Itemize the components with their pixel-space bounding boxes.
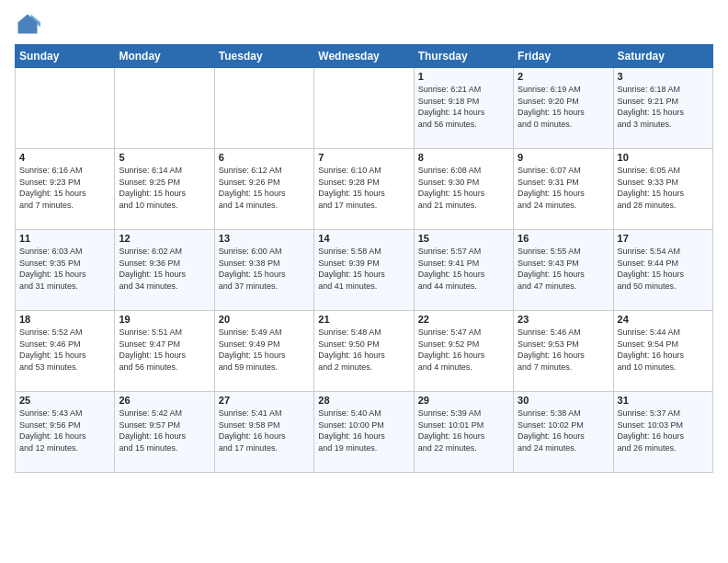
cell-day-number: 1 bbox=[418, 71, 509, 82]
cell-info: Sunrise: 6:16 AM Sunset: 9:23 PM Dayligh… bbox=[19, 165, 110, 211]
calendar-cell: 16Sunrise: 5:55 AM Sunset: 9:43 PM Dayli… bbox=[514, 230, 613, 311]
cell-info: Sunrise: 6:14 AM Sunset: 9:25 PM Dayligh… bbox=[119, 165, 210, 211]
cell-info: Sunrise: 5:40 AM Sunset: 10:00 PM Daylig… bbox=[318, 408, 409, 454]
calendar-cell: 26Sunrise: 5:42 AM Sunset: 9:57 PM Dayli… bbox=[115, 392, 214, 473]
calendar-cell: 31Sunrise: 5:37 AM Sunset: 10:03 PM Dayl… bbox=[613, 392, 712, 473]
calendar-cell: 30Sunrise: 5:38 AM Sunset: 10:02 PM Dayl… bbox=[514, 392, 613, 473]
week-row-4: 18Sunrise: 5:52 AM Sunset: 9:46 PM Dayli… bbox=[16, 311, 713, 392]
week-row-2: 4Sunrise: 6:16 AM Sunset: 9:23 PM Daylig… bbox=[16, 149, 713, 230]
calendar-table: SundayMondayTuesdayWednesdayThursdayFrid… bbox=[15, 44, 713, 473]
cell-day-number: 24 bbox=[618, 314, 709, 325]
cell-info: Sunrise: 5:39 AM Sunset: 10:01 PM Daylig… bbox=[418, 408, 509, 454]
cell-day-number: 26 bbox=[119, 395, 210, 406]
cell-day-number: 14 bbox=[318, 233, 409, 244]
calendar-cell bbox=[214, 68, 313, 149]
cell-day-number: 30 bbox=[518, 395, 609, 406]
cell-info: Sunrise: 5:51 AM Sunset: 9:47 PM Dayligh… bbox=[119, 327, 210, 373]
logo bbox=[15, 11, 44, 37]
cell-info: Sunrise: 5:52 AM Sunset: 9:46 PM Dayligh… bbox=[19, 327, 110, 373]
calendar-cell: 2Sunrise: 6:19 AM Sunset: 9:20 PM Daylig… bbox=[514, 68, 613, 149]
cell-info: Sunrise: 6:05 AM Sunset: 9:33 PM Dayligh… bbox=[618, 165, 709, 211]
calendar-cell: 8Sunrise: 6:08 AM Sunset: 9:30 PM Daylig… bbox=[414, 149, 513, 230]
cell-day-number: 8 bbox=[418, 152, 509, 163]
calendar-cell: 3Sunrise: 6:18 AM Sunset: 9:21 PM Daylig… bbox=[613, 68, 712, 149]
cell-day-number: 20 bbox=[219, 314, 310, 325]
cell-day-number: 2 bbox=[518, 71, 609, 82]
col-header-tuesday: Tuesday bbox=[214, 45, 313, 68]
header bbox=[15, 11, 713, 37]
cell-day-number: 15 bbox=[418, 233, 509, 244]
cell-info: Sunrise: 6:10 AM Sunset: 9:28 PM Dayligh… bbox=[318, 165, 409, 211]
cell-info: Sunrise: 6:19 AM Sunset: 9:20 PM Dayligh… bbox=[518, 84, 609, 130]
calendar-cell bbox=[16, 68, 115, 149]
cell-day-number: 16 bbox=[518, 233, 609, 244]
calendar-cell: 13Sunrise: 6:00 AM Sunset: 9:38 PM Dayli… bbox=[214, 230, 313, 311]
cell-day-number: 3 bbox=[618, 71, 709, 82]
calendar-cell: 27Sunrise: 5:41 AM Sunset: 9:58 PM Dayli… bbox=[214, 392, 313, 473]
cell-info: Sunrise: 5:54 AM Sunset: 9:44 PM Dayligh… bbox=[618, 246, 709, 292]
cell-info: Sunrise: 5:43 AM Sunset: 9:56 PM Dayligh… bbox=[19, 408, 110, 454]
calendar-cell: 28Sunrise: 5:40 AM Sunset: 10:00 PM Dayl… bbox=[314, 392, 414, 473]
cell-info: Sunrise: 5:48 AM Sunset: 9:50 PM Dayligh… bbox=[318, 327, 409, 373]
cell-day-number: 29 bbox=[418, 395, 509, 406]
cell-day-number: 9 bbox=[518, 152, 609, 163]
calendar-cell: 19Sunrise: 5:51 AM Sunset: 9:47 PM Dayli… bbox=[115, 311, 214, 392]
calendar-cell bbox=[115, 68, 214, 149]
calendar-cell: 7Sunrise: 6:10 AM Sunset: 9:28 PM Daylig… bbox=[314, 149, 414, 230]
calendar-body: 1Sunrise: 6:21 AM Sunset: 9:18 PM Daylig… bbox=[16, 68, 713, 473]
header-row: SundayMondayTuesdayWednesdayThursdayFrid… bbox=[16, 45, 713, 68]
cell-day-number: 13 bbox=[219, 233, 310, 244]
cell-day-number: 12 bbox=[119, 233, 210, 244]
calendar-cell: 9Sunrise: 6:07 AM Sunset: 9:31 PM Daylig… bbox=[514, 149, 613, 230]
calendar-cell bbox=[314, 68, 414, 149]
calendar-cell: 17Sunrise: 5:54 AM Sunset: 9:44 PM Dayli… bbox=[613, 230, 712, 311]
week-row-3: 11Sunrise: 6:03 AM Sunset: 9:35 PM Dayli… bbox=[16, 230, 713, 311]
calendar-cell: 10Sunrise: 6:05 AM Sunset: 9:33 PM Dayli… bbox=[613, 149, 712, 230]
calendar-cell: 24Sunrise: 5:44 AM Sunset: 9:54 PM Dayli… bbox=[613, 311, 712, 392]
cell-day-number: 4 bbox=[19, 152, 110, 163]
cell-info: Sunrise: 5:55 AM Sunset: 9:43 PM Dayligh… bbox=[518, 246, 609, 292]
calendar-cell: 15Sunrise: 5:57 AM Sunset: 9:41 PM Dayli… bbox=[414, 230, 513, 311]
cell-info: Sunrise: 5:49 AM Sunset: 9:49 PM Dayligh… bbox=[219, 327, 310, 373]
cell-info: Sunrise: 6:08 AM Sunset: 9:30 PM Dayligh… bbox=[418, 165, 509, 211]
week-row-5: 25Sunrise: 5:43 AM Sunset: 9:56 PM Dayli… bbox=[16, 392, 713, 473]
cell-day-number: 28 bbox=[318, 395, 409, 406]
cell-info: Sunrise: 6:03 AM Sunset: 9:35 PM Dayligh… bbox=[19, 246, 110, 292]
calendar-cell: 22Sunrise: 5:47 AM Sunset: 9:52 PM Dayli… bbox=[414, 311, 513, 392]
cell-info: Sunrise: 6:02 AM Sunset: 9:36 PM Dayligh… bbox=[119, 246, 210, 292]
cell-info: Sunrise: 6:00 AM Sunset: 9:38 PM Dayligh… bbox=[219, 246, 310, 292]
cell-day-number: 10 bbox=[618, 152, 709, 163]
cell-info: Sunrise: 5:41 AM Sunset: 9:58 PM Dayligh… bbox=[219, 408, 310, 454]
cell-info: Sunrise: 5:44 AM Sunset: 9:54 PM Dayligh… bbox=[618, 327, 709, 373]
calendar-cell: 5Sunrise: 6:14 AM Sunset: 9:25 PM Daylig… bbox=[115, 149, 214, 230]
calendar-header: SundayMondayTuesdayWednesdayThursdayFrid… bbox=[16, 45, 713, 68]
calendar-cell: 29Sunrise: 5:39 AM Sunset: 10:01 PM Dayl… bbox=[414, 392, 513, 473]
calendar-cell: 21Sunrise: 5:48 AM Sunset: 9:50 PM Dayli… bbox=[314, 311, 414, 392]
cell-info: Sunrise: 5:37 AM Sunset: 10:03 PM Daylig… bbox=[618, 408, 709, 454]
cell-day-number: 6 bbox=[219, 152, 310, 163]
page: SundayMondayTuesdayWednesdayThursdayFrid… bbox=[0, 0, 728, 563]
calendar-cell: 12Sunrise: 6:02 AM Sunset: 9:36 PM Dayli… bbox=[115, 230, 214, 311]
calendar-cell: 14Sunrise: 5:58 AM Sunset: 9:39 PM Dayli… bbox=[314, 230, 414, 311]
cell-day-number: 19 bbox=[119, 314, 210, 325]
calendar-cell: 23Sunrise: 5:46 AM Sunset: 9:53 PM Dayli… bbox=[514, 311, 613, 392]
calendar-cell: 1Sunrise: 6:21 AM Sunset: 9:18 PM Daylig… bbox=[414, 68, 513, 149]
col-header-friday: Friday bbox=[514, 45, 613, 68]
col-header-thursday: Thursday bbox=[414, 45, 513, 68]
cell-info: Sunrise: 5:58 AM Sunset: 9:39 PM Dayligh… bbox=[318, 246, 409, 292]
cell-day-number: 17 bbox=[618, 233, 709, 244]
calendar-cell: 25Sunrise: 5:43 AM Sunset: 9:56 PM Dayli… bbox=[16, 392, 115, 473]
cell-info: Sunrise: 5:47 AM Sunset: 9:52 PM Dayligh… bbox=[418, 327, 509, 373]
col-header-monday: Monday bbox=[115, 45, 214, 68]
week-row-1: 1Sunrise: 6:21 AM Sunset: 9:18 PM Daylig… bbox=[16, 68, 713, 149]
cell-info: Sunrise: 5:38 AM Sunset: 10:02 PM Daylig… bbox=[518, 408, 609, 454]
logo-icon bbox=[15, 11, 40, 37]
cell-info: Sunrise: 6:07 AM Sunset: 9:31 PM Dayligh… bbox=[518, 165, 609, 211]
cell-info: Sunrise: 5:46 AM Sunset: 9:53 PM Dayligh… bbox=[518, 327, 609, 373]
cell-info: Sunrise: 5:42 AM Sunset: 9:57 PM Dayligh… bbox=[119, 408, 210, 454]
calendar-cell: 20Sunrise: 5:49 AM Sunset: 9:49 PM Dayli… bbox=[214, 311, 313, 392]
cell-day-number: 31 bbox=[618, 395, 709, 406]
cell-day-number: 18 bbox=[19, 314, 110, 325]
cell-day-number: 21 bbox=[318, 314, 409, 325]
svg-marker-0 bbox=[18, 15, 38, 34]
